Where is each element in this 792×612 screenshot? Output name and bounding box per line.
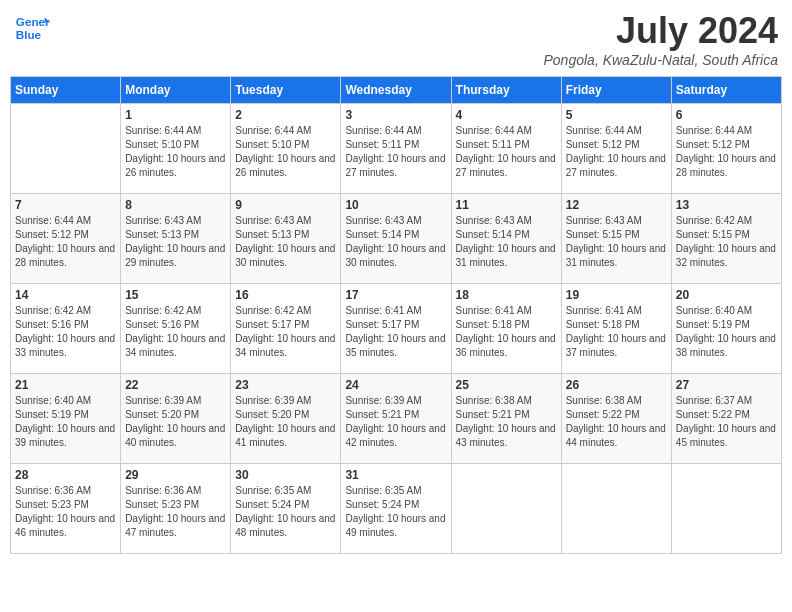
page-header: General Blue July 2024 Pongola, KwaZulu-… <box>10 10 782 68</box>
day-info: Sunrise: 6:43 AMSunset: 5:14 PMDaylight:… <box>345 214 446 270</box>
day-number: 19 <box>566 288 667 302</box>
day-number: 5 <box>566 108 667 122</box>
day-info: Sunrise: 6:44 AMSunset: 5:12 PMDaylight:… <box>566 124 667 180</box>
calendar-cell: 17Sunrise: 6:41 AMSunset: 5:17 PMDayligh… <box>341 284 451 374</box>
day-number: 22 <box>125 378 226 392</box>
calendar-cell: 19Sunrise: 6:41 AMSunset: 5:18 PMDayligh… <box>561 284 671 374</box>
calendar-cell: 23Sunrise: 6:39 AMSunset: 5:20 PMDayligh… <box>231 374 341 464</box>
day-number: 27 <box>676 378 777 392</box>
calendar-cell: 26Sunrise: 6:38 AMSunset: 5:22 PMDayligh… <box>561 374 671 464</box>
day-number: 30 <box>235 468 336 482</box>
day-info: Sunrise: 6:43 AMSunset: 5:15 PMDaylight:… <box>566 214 667 270</box>
calendar-header: SundayMondayTuesdayWednesdayThursdayFrid… <box>11 77 782 104</box>
calendar-cell: 20Sunrise: 6:40 AMSunset: 5:19 PMDayligh… <box>671 284 781 374</box>
day-header-wednesday: Wednesday <box>341 77 451 104</box>
week-row-4: 21Sunrise: 6:40 AMSunset: 5:19 PMDayligh… <box>11 374 782 464</box>
day-number: 8 <box>125 198 226 212</box>
day-number: 16 <box>235 288 336 302</box>
calendar-cell: 3Sunrise: 6:44 AMSunset: 5:11 PMDaylight… <box>341 104 451 194</box>
day-number: 6 <box>676 108 777 122</box>
calendar-cell: 30Sunrise: 6:35 AMSunset: 5:24 PMDayligh… <box>231 464 341 554</box>
calendar-cell: 25Sunrise: 6:38 AMSunset: 5:21 PMDayligh… <box>451 374 561 464</box>
day-number: 1 <box>125 108 226 122</box>
calendar-cell: 12Sunrise: 6:43 AMSunset: 5:15 PMDayligh… <box>561 194 671 284</box>
days-header-row: SundayMondayTuesdayWednesdayThursdayFrid… <box>11 77 782 104</box>
calendar-cell: 5Sunrise: 6:44 AMSunset: 5:12 PMDaylight… <box>561 104 671 194</box>
day-number: 26 <box>566 378 667 392</box>
week-row-1: 1Sunrise: 6:44 AMSunset: 5:10 PMDaylight… <box>11 104 782 194</box>
day-header-tuesday: Tuesday <box>231 77 341 104</box>
day-number: 3 <box>345 108 446 122</box>
day-info: Sunrise: 6:40 AMSunset: 5:19 PMDaylight:… <box>676 304 777 360</box>
calendar-cell: 10Sunrise: 6:43 AMSunset: 5:14 PMDayligh… <box>341 194 451 284</box>
day-number: 28 <box>15 468 116 482</box>
day-info: Sunrise: 6:44 AMSunset: 5:11 PMDaylight:… <box>345 124 446 180</box>
day-info: Sunrise: 6:44 AMSunset: 5:11 PMDaylight:… <box>456 124 557 180</box>
day-info: Sunrise: 6:35 AMSunset: 5:24 PMDaylight:… <box>345 484 446 540</box>
calendar-cell: 1Sunrise: 6:44 AMSunset: 5:10 PMDaylight… <box>121 104 231 194</box>
day-number: 25 <box>456 378 557 392</box>
day-number: 21 <box>15 378 116 392</box>
day-number: 20 <box>676 288 777 302</box>
calendar-cell <box>11 104 121 194</box>
calendar-cell: 11Sunrise: 6:43 AMSunset: 5:14 PMDayligh… <box>451 194 561 284</box>
day-number: 18 <box>456 288 557 302</box>
day-info: Sunrise: 6:42 AMSunset: 5:16 PMDaylight:… <box>15 304 116 360</box>
day-number: 31 <box>345 468 446 482</box>
day-info: Sunrise: 6:39 AMSunset: 5:21 PMDaylight:… <box>345 394 446 450</box>
calendar-cell: 29Sunrise: 6:36 AMSunset: 5:23 PMDayligh… <box>121 464 231 554</box>
calendar-cell: 15Sunrise: 6:42 AMSunset: 5:16 PMDayligh… <box>121 284 231 374</box>
calendar-cell: 7Sunrise: 6:44 AMSunset: 5:12 PMDaylight… <box>11 194 121 284</box>
calendar-table: SundayMondayTuesdayWednesdayThursdayFrid… <box>10 76 782 554</box>
day-number: 11 <box>456 198 557 212</box>
day-header-friday: Friday <box>561 77 671 104</box>
calendar-cell: 2Sunrise: 6:44 AMSunset: 5:10 PMDaylight… <box>231 104 341 194</box>
day-number: 9 <box>235 198 336 212</box>
day-info: Sunrise: 6:44 AMSunset: 5:10 PMDaylight:… <box>235 124 336 180</box>
day-number: 17 <box>345 288 446 302</box>
day-info: Sunrise: 6:44 AMSunset: 5:12 PMDaylight:… <box>15 214 116 270</box>
calendar-cell: 22Sunrise: 6:39 AMSunset: 5:20 PMDayligh… <box>121 374 231 464</box>
day-number: 15 <box>125 288 226 302</box>
logo: General Blue <box>14 10 50 46</box>
day-info: Sunrise: 6:41 AMSunset: 5:18 PMDaylight:… <box>566 304 667 360</box>
day-info: Sunrise: 6:38 AMSunset: 5:21 PMDaylight:… <box>456 394 557 450</box>
day-info: Sunrise: 6:35 AMSunset: 5:24 PMDaylight:… <box>235 484 336 540</box>
day-info: Sunrise: 6:42 AMSunset: 5:17 PMDaylight:… <box>235 304 336 360</box>
day-info: Sunrise: 6:43 AMSunset: 5:13 PMDaylight:… <box>235 214 336 270</box>
day-info: Sunrise: 6:41 AMSunset: 5:17 PMDaylight:… <box>345 304 446 360</box>
day-info: Sunrise: 6:40 AMSunset: 5:19 PMDaylight:… <box>15 394 116 450</box>
day-info: Sunrise: 6:44 AMSunset: 5:12 PMDaylight:… <box>676 124 777 180</box>
day-number: 24 <box>345 378 446 392</box>
day-info: Sunrise: 6:39 AMSunset: 5:20 PMDaylight:… <box>125 394 226 450</box>
day-header-saturday: Saturday <box>671 77 781 104</box>
day-info: Sunrise: 6:42 AMSunset: 5:16 PMDaylight:… <box>125 304 226 360</box>
day-info: Sunrise: 6:43 AMSunset: 5:14 PMDaylight:… <box>456 214 557 270</box>
title-block: July 2024 Pongola, KwaZulu-Natal, South … <box>544 10 779 68</box>
subtitle: Pongola, KwaZulu-Natal, South Africa <box>544 52 779 68</box>
day-info: Sunrise: 6:37 AMSunset: 5:22 PMDaylight:… <box>676 394 777 450</box>
day-header-monday: Monday <box>121 77 231 104</box>
day-info: Sunrise: 6:36 AMSunset: 5:23 PMDaylight:… <box>125 484 226 540</box>
day-header-thursday: Thursday <box>451 77 561 104</box>
day-number: 10 <box>345 198 446 212</box>
day-info: Sunrise: 6:43 AMSunset: 5:13 PMDaylight:… <box>125 214 226 270</box>
day-number: 29 <box>125 468 226 482</box>
day-info: Sunrise: 6:39 AMSunset: 5:20 PMDaylight:… <box>235 394 336 450</box>
logo-icon: General Blue <box>14 10 50 46</box>
main-title: July 2024 <box>544 10 779 52</box>
day-header-sunday: Sunday <box>11 77 121 104</box>
day-number: 12 <box>566 198 667 212</box>
day-number: 2 <box>235 108 336 122</box>
calendar-cell: 8Sunrise: 6:43 AMSunset: 5:13 PMDaylight… <box>121 194 231 284</box>
week-row-3: 14Sunrise: 6:42 AMSunset: 5:16 PMDayligh… <box>11 284 782 374</box>
day-number: 13 <box>676 198 777 212</box>
calendar-cell: 9Sunrise: 6:43 AMSunset: 5:13 PMDaylight… <box>231 194 341 284</box>
calendar-cell: 13Sunrise: 6:42 AMSunset: 5:15 PMDayligh… <box>671 194 781 284</box>
day-info: Sunrise: 6:38 AMSunset: 5:22 PMDaylight:… <box>566 394 667 450</box>
calendar-cell: 18Sunrise: 6:41 AMSunset: 5:18 PMDayligh… <box>451 284 561 374</box>
calendar-cell: 6Sunrise: 6:44 AMSunset: 5:12 PMDaylight… <box>671 104 781 194</box>
week-row-2: 7Sunrise: 6:44 AMSunset: 5:12 PMDaylight… <box>11 194 782 284</box>
calendar-cell: 27Sunrise: 6:37 AMSunset: 5:22 PMDayligh… <box>671 374 781 464</box>
calendar-cell: 16Sunrise: 6:42 AMSunset: 5:17 PMDayligh… <box>231 284 341 374</box>
